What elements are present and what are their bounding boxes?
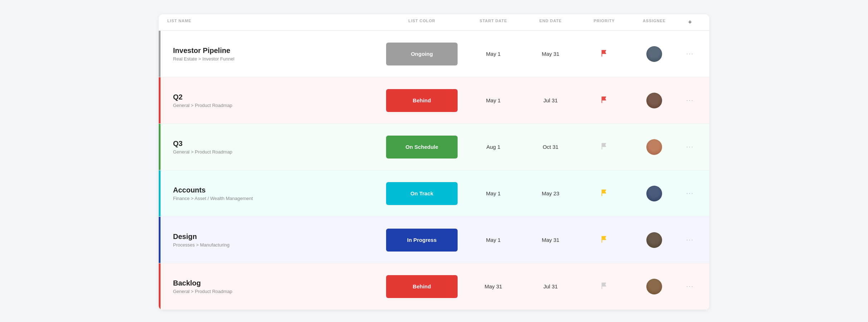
main-table: LIST NAME LIST COLOR START DATE END DATE… (159, 14, 709, 310)
status-badge: Behind (386, 275, 458, 298)
list-title: Q2 (173, 93, 379, 101)
table-row: Q2 General > Product Roadmap Behind May … (159, 77, 709, 124)
list-subtitle: General > Product Roadmap (173, 103, 379, 108)
avatar (646, 232, 662, 248)
list-subtitle: Real Estate > Investor Funnel (173, 56, 379, 62)
status-badge: In Progress (386, 229, 458, 252)
list-subtitle: Finance > Asset / Wealth Management (173, 196, 379, 201)
col-header-end-date: END DATE (522, 19, 579, 26)
badge-cell: On Schedule (379, 136, 465, 158)
status-badge: Ongoing (386, 43, 458, 65)
priority-cell (579, 96, 629, 105)
avatar (646, 93, 662, 108)
avatar (646, 139, 662, 155)
col-header-list-color: LIST COLOR (379, 19, 465, 26)
more-options-cell[interactable]: ··· (679, 283, 701, 290)
table-row: Design Processes > Manufacturing In Prog… (159, 217, 709, 263)
start-date-cell: May 31 (465, 283, 522, 289)
list-name-cell: Q3 General > Product Roadmap (167, 140, 379, 155)
avatar (646, 46, 662, 62)
assignee-cell (629, 279, 679, 294)
list-name-cell: Q2 General > Product Roadmap (167, 93, 379, 108)
row-accent-bar (159, 217, 161, 263)
list-title: Investor Pipeline (173, 47, 379, 55)
more-options-cell[interactable]: ··· (679, 143, 701, 151)
priority-cell (579, 235, 629, 245)
avatar (646, 279, 662, 294)
col-header-priority: PRIORITY (579, 19, 629, 26)
badge-cell: Behind (379, 275, 465, 298)
more-options-button[interactable]: ··· (686, 190, 694, 197)
priority-flag-icon (600, 142, 608, 152)
more-options-button[interactable]: ··· (686, 236, 694, 244)
table-header: LIST NAME LIST COLOR START DATE END DATE… (159, 14, 709, 31)
avatar (646, 186, 662, 201)
assignee-cell (629, 93, 679, 108)
start-date-cell: May 1 (465, 97, 522, 103)
more-options-cell[interactable]: ··· (679, 97, 701, 104)
badge-cell: In Progress (379, 229, 465, 252)
priority-flag-icon (600, 235, 608, 245)
row-accent-bar (159, 77, 161, 123)
more-options-cell[interactable]: ··· (679, 190, 701, 197)
badge-cell: Behind (379, 89, 465, 112)
end-date-cell: May 31 (522, 51, 579, 57)
assignee-cell (629, 186, 679, 201)
more-options-button[interactable]: ··· (686, 143, 694, 151)
list-name-cell: Backlog General > Product Roadmap (167, 279, 379, 294)
assignee-cell (629, 46, 679, 62)
col-header-list-name: LIST NAME (167, 19, 379, 26)
priority-flag-icon (600, 189, 608, 198)
more-options-cell[interactable]: ··· (679, 50, 701, 58)
priority-cell (579, 282, 629, 291)
more-options-button[interactable]: ··· (686, 50, 694, 58)
more-options-button[interactable]: ··· (686, 97, 694, 104)
col-header-assignee: ASSIGNEE (629, 19, 679, 26)
table-row: Backlog General > Product Roadmap Behind… (159, 263, 709, 310)
priority-flag-icon (600, 49, 608, 59)
priority-cell (579, 49, 629, 59)
table-row: Accounts Finance > Asset / Wealth Manage… (159, 170, 709, 217)
start-date-cell: May 1 (465, 237, 522, 243)
badge-cell: On Track (379, 182, 465, 205)
list-title: Design (173, 233, 379, 241)
col-header-start-date: START DATE (465, 19, 522, 26)
list-subtitle: General > Product Roadmap (173, 289, 379, 294)
list-title: Accounts (173, 186, 379, 194)
row-accent-bar (159, 170, 161, 216)
list-name-cell: Accounts Finance > Asset / Wealth Manage… (167, 186, 379, 201)
priority-cell (579, 189, 629, 198)
more-options-cell[interactable]: ··· (679, 236, 701, 244)
end-date-cell: Jul 31 (522, 97, 579, 103)
table-row: Q3 General > Product Roadmap On Schedule… (159, 124, 709, 170)
list-subtitle: Processes > Manufacturing (173, 242, 379, 248)
end-date-cell: May 31 (522, 237, 579, 243)
priority-flag-icon (600, 282, 608, 291)
more-options-button[interactable]: ··· (686, 283, 694, 290)
table-body: Investor Pipeline Real Estate > Investor… (159, 31, 709, 310)
list-name-cell: Investor Pipeline Real Estate > Investor… (167, 47, 379, 62)
assignee-cell (629, 232, 679, 248)
list-title: Q3 (173, 140, 379, 148)
end-date-cell: May 23 (522, 190, 579, 196)
status-badge: On Schedule (386, 136, 458, 158)
end-date-cell: Oct 31 (522, 144, 579, 150)
row-accent-bar (159, 124, 161, 170)
table-row: Investor Pipeline Real Estate > Investor… (159, 31, 709, 77)
badge-cell: Ongoing (379, 43, 465, 65)
list-title: Backlog (173, 279, 379, 287)
start-date-cell: May 1 (465, 51, 522, 57)
row-accent-bar (159, 263, 161, 309)
start-date-cell: Aug 1 (465, 144, 522, 150)
end-date-cell: Jul 31 (522, 283, 579, 289)
start-date-cell: May 1 (465, 190, 522, 196)
priority-cell (579, 142, 629, 152)
priority-flag-icon (600, 96, 608, 105)
status-badge: On Track (386, 182, 458, 205)
list-name-cell: Design Processes > Manufacturing (167, 233, 379, 248)
row-accent-bar (159, 31, 161, 77)
list-subtitle: General > Product Roadmap (173, 149, 379, 155)
add-column-button[interactable]: + (679, 19, 701, 26)
status-badge: Behind (386, 89, 458, 112)
assignee-cell (629, 139, 679, 155)
